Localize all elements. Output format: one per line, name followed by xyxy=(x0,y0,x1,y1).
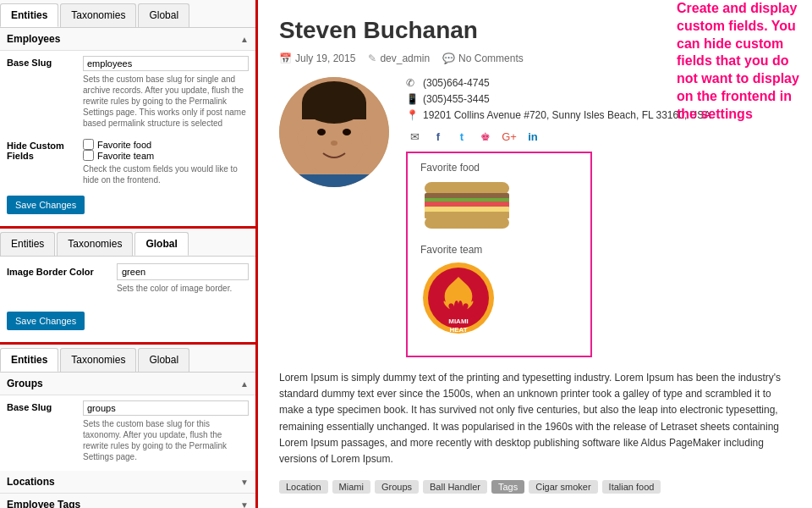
post-body: Lorem Ipsum is simply dummy text of the … xyxy=(279,370,791,467)
meta-author: ✎ dev_admin xyxy=(368,52,430,64)
svg-rect-16 xyxy=(425,217,509,229)
employees-header: Employees ▲ xyxy=(0,28,255,51)
checkbox-team-input[interactable] xyxy=(83,150,94,161)
base-slug-content-1: Sets the custom base slug for single and… xyxy=(83,56,249,129)
tab-taxonomies-1[interactable]: Taxonomies xyxy=(60,3,136,27)
tab-bar-1: Entities Taxonomies Global xyxy=(0,0,255,28)
employee-tags-arrow[interactable]: ▼ xyxy=(240,500,249,509)
base-slug-input-3[interactable] xyxy=(83,400,249,416)
meta-comments: 💬 No Comments xyxy=(442,52,524,64)
tag-miami[interactable]: Miami xyxy=(332,480,370,494)
facebook-icon[interactable]: f xyxy=(430,128,447,145)
social-icons: ✉ f t ♚ G+ in xyxy=(406,128,791,145)
email-social-icon[interactable]: ✉ xyxy=(406,128,423,145)
groups-arrow[interactable]: ▲ xyxy=(240,379,249,389)
post-comments: No Comments xyxy=(458,52,524,64)
pencil-icon: ✎ xyxy=(368,52,376,64)
checkbox-hint: Check the custom fields you would like t… xyxy=(83,163,249,185)
mobile-value: (305)455-3445 xyxy=(423,93,490,105)
tag-cigar-smoker[interactable]: Cigar smoker xyxy=(529,480,597,494)
locations-arrow[interactable]: ▼ xyxy=(240,478,249,487)
employees-label: Employees xyxy=(7,33,60,45)
base-slug-label-1: Base Slug xyxy=(7,56,83,68)
meta-date: 📅 July 19, 2015 xyxy=(279,52,355,64)
sandwich-image xyxy=(420,178,513,233)
tab-global-3[interactable]: Global xyxy=(138,348,189,372)
save-changes-btn-1[interactable]: Save Changes xyxy=(7,196,85,214)
base-slug-row-1: Base Slug Sets the custom base slug for … xyxy=(0,51,255,134)
checkbox-favorite-food[interactable]: Favorite food xyxy=(83,139,249,150)
base-slug-desc-3: Sets the custom base slug for this taxon… xyxy=(83,418,249,462)
address-value: 19201 Collins Avenue #720, Sunny Isles B… xyxy=(423,109,710,121)
miami-heat-logo: MIAMI HEAT xyxy=(420,260,497,336)
employee-tags-header: Employee Tags ▼ xyxy=(0,494,255,508)
profile-avatar xyxy=(279,77,389,187)
profile-area: ✆ (305)664-4745 📱 (305)455-3445 📍 19201 … xyxy=(279,77,791,357)
svg-rect-10 xyxy=(425,182,509,195)
tag-groups[interactable]: Groups xyxy=(375,480,419,494)
base-slug-input-1[interactable] xyxy=(83,56,249,71)
employees-arrow[interactable]: ▲ xyxy=(240,35,249,44)
image-border-label: Image Border Color xyxy=(7,267,117,277)
svg-rect-3 xyxy=(302,102,366,119)
custom-field-team: Favorite team MIAMI HEAT xyxy=(420,244,578,339)
phone-icon: ✆ xyxy=(406,77,418,89)
save-changes-btn-2[interactable]: Save Changes xyxy=(7,312,85,330)
calendar-icon: 📅 xyxy=(279,52,292,64)
checkbox-food-input[interactable] xyxy=(83,139,94,150)
base-slug-label-3: Base Slug xyxy=(7,400,83,412)
groups-header: Groups ▲ xyxy=(0,373,255,395)
svg-rect-9 xyxy=(296,174,372,187)
linkedin-icon[interactable]: in xyxy=(524,128,541,145)
tags-area: Location Miami Groups Ball Handler Tags … xyxy=(279,480,791,494)
custom-fields-box: Favorite food Favorite team xyxy=(406,152,592,357)
annotation-text: Create and display custom fields. You ca… xyxy=(677,0,812,124)
locations-header: Locations ▼ xyxy=(0,471,255,494)
section-groups: Entities Taxonomies Global Groups ▲ Base… xyxy=(0,345,255,508)
image-border-row: Image Border Color xyxy=(7,263,249,280)
tab-entities-2[interactable]: Entities xyxy=(0,232,55,256)
googleplus-icon[interactable]: G+ xyxy=(501,128,518,145)
base-slug-row-3: Base Slug Sets the custom base slug for … xyxy=(0,395,255,467)
groups-label: Groups xyxy=(7,378,43,389)
tab-entities-1[interactable]: Entities xyxy=(0,3,58,27)
left-panel: Entities Taxonomies Global Employees ▲ B… xyxy=(0,0,258,508)
hide-custom-fields-label: Hide Custom Fields xyxy=(7,139,83,161)
tag-tags[interactable]: Tags xyxy=(491,480,524,494)
tab-taxonomies-3[interactable]: Taxonomies xyxy=(60,348,136,372)
tab-global-2[interactable]: Global xyxy=(134,232,188,256)
tab-bar-2: Entities Taxonomies Global xyxy=(0,229,255,257)
svg-point-8 xyxy=(361,130,371,146)
svg-text:MIAMI: MIAMI xyxy=(448,318,469,325)
favorite-team-label: Favorite team xyxy=(420,244,578,256)
image-border-input[interactable] xyxy=(117,263,249,280)
avatar-svg xyxy=(279,77,389,187)
svg-point-7 xyxy=(297,130,307,146)
hide-custom-fields-row: Hide Custom Fields Favorite food Favorit… xyxy=(0,134,255,190)
post-date: July 19, 2015 xyxy=(295,52,355,64)
image-border-input-wrap xyxy=(117,263,249,280)
base-slug-content-3: Sets the custom base slug for this taxon… xyxy=(83,400,249,462)
base-slug-desc-1: Sets the custom base slug for single and… xyxy=(83,74,249,129)
svg-text:HEAT: HEAT xyxy=(449,326,467,334)
phone-value: (305)664-4745 xyxy=(423,77,490,89)
section-entities: Entities Taxonomies Global Employees ▲ B… xyxy=(0,0,255,229)
custom-field-food: Favorite food xyxy=(420,162,578,235)
tab-global-1[interactable]: Global xyxy=(138,3,189,27)
right-panel: Steven Buchanan 📅 July 19, 2015 ✎ dev_ad… xyxy=(258,0,812,508)
tag-ball-handler[interactable]: Ball Handler xyxy=(423,480,487,494)
tab-taxonomies-2[interactable]: Taxonomies xyxy=(57,232,133,256)
checkbox-favorite-team[interactable]: Favorite team xyxy=(83,150,249,161)
tab-entities-3[interactable]: Entities xyxy=(0,348,58,372)
image-border-desc: Sets the color of image border. xyxy=(117,284,249,293)
tag-location[interactable]: Location xyxy=(279,480,328,494)
instagram-icon[interactable]: ♚ xyxy=(477,128,494,145)
section-global: Entities Taxonomies Global Image Border … xyxy=(0,229,255,345)
location-icon: 📍 xyxy=(406,109,418,121)
svg-point-4 xyxy=(317,129,326,135)
tag-italian-food[interactable]: Italian food xyxy=(602,480,661,494)
comment-icon: 💬 xyxy=(442,52,455,64)
post-author: dev_admin xyxy=(380,52,430,64)
hide-custom-fields-content: Favorite food Favorite team Check the cu… xyxy=(83,139,249,185)
twitter-icon[interactable]: t xyxy=(453,128,470,145)
